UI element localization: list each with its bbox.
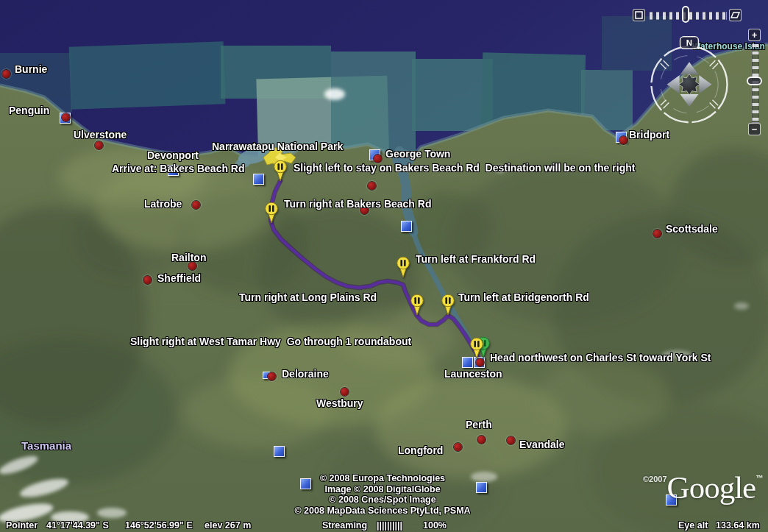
place-label[interactable]: Railton (171, 252, 206, 263)
town-dot-icon[interactable] (2, 70, 10, 78)
pointer-longitude: 146°52'56.99" E (125, 520, 193, 531)
place-label[interactable]: Deloraine (282, 369, 329, 380)
place-label[interactable]: Narrawatapu National Park (212, 141, 343, 152)
streaming-label: Streaming (322, 520, 367, 531)
route-instruction-label[interactable]: Arrive at: Bakers Beach Rd (112, 163, 245, 174)
town-dot-icon[interactable] (653, 230, 661, 238)
pan-right-arrow[interactable] (699, 75, 711, 93)
town-dot-icon[interactable] (143, 276, 152, 284)
route-instruction-label[interactable]: Turn right at Long Plains Rd (239, 292, 377, 303)
poi-square-icon[interactable] (274, 446, 285, 457)
top-view-icon (633, 10, 644, 21)
copyright-block: © 2008 Europa Technologies Image © 2008 … (283, 473, 482, 516)
north-label: N (686, 38, 692, 47)
place-label[interactable]: Longford (398, 445, 443, 456)
town-dot-icon[interactable] (268, 372, 276, 380)
town-dot-icon[interactable] (507, 436, 515, 444)
place-label[interactable]: Launceston (444, 369, 502, 380)
town-dot-icon[interactable] (619, 136, 627, 144)
google-logo: Google (667, 470, 756, 505)
route-waypoint-pin[interactable] (441, 294, 455, 319)
route-waypoint-pin[interactable] (410, 294, 424, 319)
town-dot-icon[interactable] (341, 388, 349, 396)
town-dot-icon[interactable] (477, 436, 486, 444)
pan-down-arrow[interactable] (680, 94, 699, 107)
eye-alt-value: 133.64 km (716, 520, 760, 531)
place-label[interactable]: Burnie (15, 64, 47, 75)
route-waypoint-pin[interactable] (469, 337, 484, 362)
pan-up-arrow[interactable] (680, 62, 699, 74)
town-dot-icon[interactable] (368, 182, 376, 190)
town-dot-icon[interactable] (95, 141, 103, 149)
place-label[interactable]: Westbury (316, 398, 363, 409)
look-joystick[interactable] (679, 74, 700, 95)
town-dot-icon[interactable] (374, 155, 382, 163)
copyright-line: Image © 2008 DigitalGlobe (283, 484, 482, 495)
streaming-percent: 100% (423, 520, 447, 531)
place-label[interactable]: George Town (385, 149, 450, 160)
route-instruction-label[interactable]: Turn left at Bridgenorth Rd (458, 292, 589, 303)
streaming-bars: |||||||||| (377, 520, 402, 531)
trademark-symbol: ™ (755, 474, 763, 482)
pointer-elevation: elev 267 m (205, 520, 251, 531)
copyright-line: © 2008 MapData Sciences PtyLtd, PSMA (283, 506, 482, 517)
zoom-out-button[interactable]: − (748, 123, 761, 135)
place-label[interactable]: Perth (466, 419, 492, 430)
poi-square-icon[interactable] (401, 221, 412, 232)
route-instruction-label[interactable]: Slight right at West Tamar Hwy Go throug… (130, 336, 411, 347)
logo-copyright-year: ©2007 (643, 475, 667, 483)
tilt-slider-handle[interactable] (682, 6, 689, 23)
place-label[interactable]: Scottsdale (666, 224, 718, 235)
route-waypoint-pin[interactable] (273, 160, 288, 185)
route-waypoint-pin[interactable] (396, 256, 410, 281)
place-label[interactable]: Bridport (629, 130, 669, 141)
route-waypoint-pin[interactable] (264, 202, 279, 227)
place-label[interactable]: Sheffield (157, 273, 201, 284)
place-label[interactable]: Devonport (147, 150, 199, 161)
zoom-in-button[interactable]: + (748, 29, 761, 41)
compass-control[interactable]: N (643, 34, 736, 127)
route-instruction-label[interactable]: Head northwest on Charles St toward York… (490, 352, 711, 363)
route-instruction-label[interactable]: Slight left to stay on Bakers Beach Rd D… (294, 163, 635, 174)
place-label[interactable]: Ulverstone (74, 130, 127, 141)
pointer-label: Pointer (6, 520, 38, 531)
place-label[interactable]: Latrobe (144, 199, 182, 210)
place-label[interactable]: Evandale (519, 439, 564, 450)
place-label[interactable]: Penguin (9, 105, 49, 116)
earth-viewport[interactable]: BurniePenguinUlverstoneDevonportNarrawat… (0, 0, 768, 532)
google-earth-watermark: ©2007Google™ (643, 469, 763, 506)
town-dot-icon[interactable] (192, 201, 200, 209)
tilt-top-view-button[interactable] (633, 9, 645, 21)
route-instruction-label[interactable]: Turn right at Bakers Beach Rd (284, 199, 431, 210)
zoom-slider-handle[interactable] (747, 77, 762, 85)
pan-left-arrow[interactable] (666, 75, 679, 93)
tilted-view-icon (730, 10, 741, 21)
compass-north-button[interactable]: N (680, 37, 699, 49)
route-instruction-label[interactable]: Turn left at Frankford Rd (416, 254, 536, 265)
poi-square-icon[interactable] (253, 174, 264, 185)
region-label: Tasmania (21, 440, 71, 451)
copyright-line: © 2008 Cnes/Spot Image (283, 494, 482, 506)
town-dot-icon[interactable] (454, 443, 462, 451)
tilt-horizon-view-button[interactable] (729, 9, 742, 21)
pointer-latitude: 41°17'44.39" S (46, 520, 109, 531)
eye-alt-label: Eye alt (678, 520, 708, 531)
copyright-line: © 2008 Europa Technologies (283, 473, 482, 484)
town-dot-icon[interactable] (62, 113, 70, 121)
